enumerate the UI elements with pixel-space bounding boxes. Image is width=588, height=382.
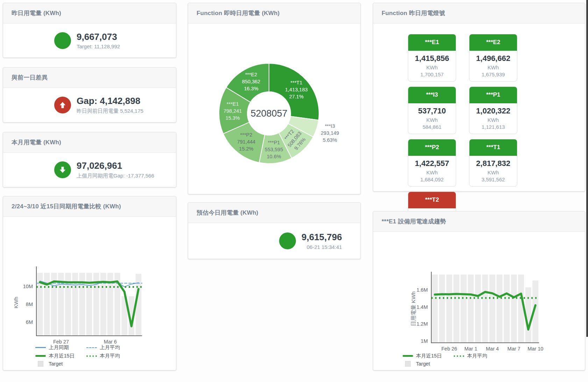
target-bar[interactable]	[432, 275, 438, 343]
legend-swatch-thick-icon	[35, 355, 46, 357]
device-tile-value: 1,415,856	[408, 54, 456, 63]
device-tile-header: ***T2	[408, 192, 456, 208]
device-tile-header: ***T1	[469, 139, 517, 156]
red-up-arrow-icon	[54, 97, 71, 113]
device-tile-unit: KWh	[408, 117, 456, 123]
x-tick-label: Mar 7	[508, 346, 520, 352]
device-tile-value: 2,817,832	[469, 159, 517, 168]
y-tick-label: 10M	[23, 284, 33, 289]
card-realtime-donut: Function 即時日用電量 (KWh) 5208057 ***T11,413…	[188, 3, 361, 194]
y-tick-label: 1.6M	[417, 287, 428, 293]
legend-label: 上月平均	[100, 344, 120, 351]
compare-chart-body: 6M8M10MFeb 27Mar 6KWh 上月同期上月平均本月近15日本月平均…	[3, 217, 176, 370]
legend-item[interactable]: 上月同期	[35, 344, 86, 351]
card-day-gap: 與前一日差異 Gap: 4,142,898 昨日與前日用電量 5,524,175	[3, 67, 176, 123]
kpi-text: 9,667,073 Target: 11,128,992	[77, 32, 120, 49]
x-tick-label: Mar 6	[104, 339, 117, 345]
target-bar[interactable]	[504, 275, 510, 343]
card-device-lights: Function 昨日用電燈號 ***E11,415,856KWh1,700,1…	[373, 3, 585, 192]
yesterday-usage-target: Target: 11,128,992	[77, 43, 120, 49]
target-bar[interactable]	[461, 275, 467, 343]
card-title-predict: 預估今日用電量 (KWh)	[197, 209, 258, 217]
device-tile-unit: KWh	[469, 169, 517, 175]
legend-item[interactable]: 上月平均	[86, 344, 137, 351]
device-tile-header: ***E1	[408, 34, 456, 51]
target-bar[interactable]	[453, 275, 459, 343]
legend-label: 上月同期	[49, 344, 69, 351]
legend-item[interactable]: 本月近15日	[403, 353, 454, 359]
card-header: Function 即時日用電量 (KWh)	[188, 3, 360, 23]
device-tile-p2: ***P21,422,557KWh1,684,092	[408, 139, 456, 187]
device-tile-value: 1,422,557	[408, 159, 456, 168]
device-tile-t1: ***T12,817,832KWh3,591,562	[469, 139, 517, 187]
legend-swatch-solid-icon	[35, 347, 46, 348]
device-tile-unit: KWh	[408, 64, 456, 70]
legend-item[interactable]: 本月平均	[86, 353, 137, 359]
legend-swatch-box-icon	[35, 361, 46, 367]
x-tick-label: Mar 4	[486, 346, 499, 352]
legend-item[interactable]: 本月平均	[454, 353, 505, 359]
y-tick-label: 1.2M	[417, 321, 428, 327]
card-title-donut: Function 即時日用電量 (KWh)	[197, 9, 279, 17]
legend-row: Target	[403, 361, 505, 367]
target-bar[interactable]	[439, 275, 445, 343]
legend-item[interactable]: Target	[35, 361, 86, 367]
kpi-text: 9,615,796 06-21 15:34:41	[302, 232, 342, 250]
x-tick-label: Mar 10	[527, 346, 543, 352]
card-title-trend: ***E1 設備用電達成趨勢	[382, 217, 446, 225]
y-tick-label: 6M	[26, 319, 33, 325]
device-tile-target: 1,684,092	[408, 176, 456, 182]
legend-item[interactable]: 本月近15日	[35, 353, 86, 359]
device-tile-e2: ***E21,496,662KWh1,675,939	[469, 34, 517, 82]
device-tile-value: 1,020,322	[469, 106, 517, 116]
legend-item[interactable]: Target	[403, 361, 454, 367]
card-title-lights: Function 昨日用電燈號	[382, 9, 445, 17]
green-status-circle-icon	[54, 32, 71, 49]
card-predicted-today: 預估今日用電量 (KWh) 9,615,796 06-21 15:34:41	[188, 202, 361, 259]
x-tick-label: Feb 27	[53, 339, 69, 345]
card-header: Function 昨日用電燈號	[373, 3, 585, 23]
legend-label: 本月平均	[100, 353, 120, 359]
card-header: 本月用電量 (KWh)	[3, 132, 176, 153]
legend-swatch-thick-icon	[403, 355, 413, 357]
legend-swatch-box-icon	[403, 361, 413, 367]
card-yesterday-usage: 昨日用電量 (KWh) 9,667,073 Target: 11,128,992	[3, 3, 176, 58]
kpi-body: 97,026,961 上個月同期用電Gap: -17,377,566	[3, 153, 176, 187]
device-tile-header: ***E2	[469, 34, 517, 51]
target-bar[interactable]	[475, 275, 481, 343]
kpi-body: Gap: 4,142,898 昨日與前日用電量 5,524,175	[3, 88, 176, 122]
legend-row: Target	[35, 361, 137, 367]
legend-row: 上月同期上月平均	[35, 344, 137, 351]
target-bar[interactable]	[489, 275, 495, 343]
donut-chart-body: 5208057 ***T11,413,18327.1%***I3293,1495…	[188, 23, 360, 194]
device-tile-e1: ***E11,415,856KWh1,700,157	[408, 34, 456, 82]
target-bar[interactable]	[446, 275, 452, 343]
x-tick-label: Feb 26	[441, 346, 457, 352]
device-tile-unit: KWh	[469, 117, 517, 123]
trend-line-chart[interactable]: 1M1.2M1.4M1.6MFeb 26Mar 1Mar 4Mar 7Mar 1…	[373, 232, 585, 370]
y-axis-title: 日用電量 KWh	[410, 291, 416, 326]
target-bar[interactable]	[511, 275, 517, 343]
device-tile-target: 1,700,157	[408, 71, 456, 77]
target-bar[interactable]	[482, 275, 488, 343]
card-header: 2/24~3/10 近15日同期用電量比較 (KWh)	[3, 196, 176, 217]
device-tile-target: 1,121,613	[469, 124, 517, 130]
device-tile-target: 3,591,562	[469, 176, 517, 182]
target-bar[interactable]	[497, 275, 503, 343]
device-tile-i3: ***I3537,710KWh584,861	[408, 86, 456, 134]
legend-row: 本月近15日本月平均	[35, 353, 137, 359]
kpi-body: 9,615,796 06-21 15:34:41	[188, 223, 360, 259]
card-header: 與前一日差異	[3, 68, 176, 88]
device-tile-target: 584,861	[408, 124, 456, 130]
card-title-gap: 與前一日差異	[12, 74, 48, 82]
device-tile-value: 537,710	[408, 106, 456, 116]
card-title-yesterday: 昨日用電量 (KWh)	[12, 9, 61, 17]
target-bar[interactable]	[468, 275, 474, 343]
card-header: 昨日用電量 (KWh)	[3, 3, 176, 23]
compare-legend: 上月同期上月平均本月近15日本月平均Target	[35, 344, 137, 367]
card-header: ***E1 設備用電達成趨勢	[373, 211, 585, 232]
day-gap-value: Gap: 4,142,898	[77, 96, 143, 106]
card-title-month: 本月用電量 (KWh)	[12, 138, 61, 146]
day-gap-subtext: 昨日與前日用電量 5,524,175	[77, 108, 143, 114]
vertical-scrollbar[interactable]	[586, 0, 588, 337]
